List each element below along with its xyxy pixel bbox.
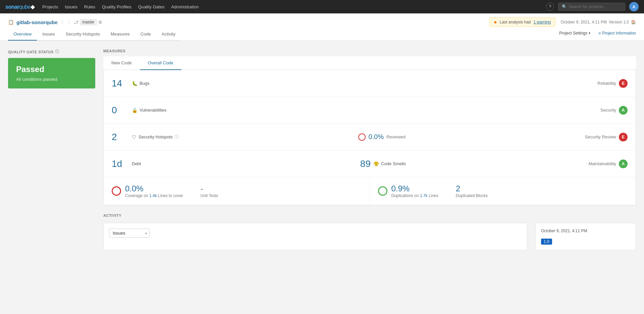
debt-metric-row: 1d Debt 89 😤 Code Smells Maintainability… (104, 150, 636, 177)
coverage-lines-label: Coverage on 1.4k Lines to cover (125, 193, 183, 198)
bugs-metric-row: 14 🐛 Bugs Reliability E (104, 70, 636, 97)
project-name[interactable]: gitlab-sonorqube (16, 19, 58, 25)
branch-info: ⎇ master ⚙ (73, 19, 102, 25)
vulnerabilities-value[interactable]: 0 (112, 105, 132, 116)
activity-section: ACTIVITY Issues Bugs Vulnerabilities Cod… (103, 213, 636, 250)
branch-settings-icon[interactable]: ⚙ (98, 20, 102, 25)
quality-gate-info-icon[interactable]: ⓘ (55, 49, 59, 55)
project-header-top: 📋 gitlab-sonorqube ☆ | ⎇ master ⚙ ● Last… (8, 13, 636, 27)
search-container: 🔍 (558, 3, 625, 11)
hotspots-label-text: Security Hotspots (139, 134, 173, 139)
security-review-label: Security Review (585, 134, 616, 139)
subnav-activity[interactable]: Activity (156, 28, 181, 41)
hotspots-value[interactable]: 2 (112, 132, 132, 142)
search-icon: 🔍 (562, 4, 567, 9)
nav-rules[interactable]: Rules (84, 4, 95, 9)
nav-quality-profiles[interactable]: Quality Profiles (102, 4, 131, 9)
home-icon[interactable]: 🏠 (631, 20, 636, 24)
nav-projects[interactable]: Projects (42, 4, 58, 9)
code-smells-icon: 😤 (373, 161, 379, 167)
subnav-overview[interactable]: Overview (8, 28, 37, 41)
nav-issues[interactable]: Issues (65, 4, 77, 9)
tab-new-code[interactable]: New Code (103, 56, 140, 70)
tab-overall-code[interactable]: Overall Code (140, 56, 181, 70)
nav-quality-gates[interactable]: Quality Gates (138, 4, 164, 9)
activity-filter-select[interactable]: Issues Bugs Vulnerabilities Code Smells (109, 229, 150, 238)
duplications-lines-label: Duplications on 1.7k Lines (391, 193, 438, 198)
coverage-value[interactable]: 0.0% (125, 184, 183, 193)
debt-value[interactable]: 1d (112, 159, 132, 169)
quality-gate-label: QUALITY GATE STATUS ⓘ (8, 49, 95, 55)
branch-name[interactable]: master (80, 19, 97, 25)
subnav-security-hotspots[interactable]: Security Hotspots (60, 28, 105, 41)
maintainability-label: Maintainability (589, 161, 616, 166)
security-rating: Security A (600, 106, 628, 115)
reliability-label: Reliability (597, 81, 616, 86)
hotspots-info-icon[interactable]: ⓘ (175, 134, 179, 140)
security-label: Security (600, 108, 616, 113)
nav-right: ? 🔍 A (546, 2, 639, 11)
logo-sonar: sonar (5, 4, 19, 10)
project-settings-button[interactable]: Project Settings ▾ (556, 29, 593, 37)
hotspots-reviewed-label: Reviewed (386, 134, 406, 139)
code-smells: 89 😤 Code Smells (360, 159, 589, 169)
security-rating-badge[interactable]: A (619, 106, 628, 115)
nav-administration[interactable]: Administration (171, 4, 199, 9)
project-info-label: Project Information (602, 31, 636, 36)
maintainability-rating-badge[interactable]: A (619, 160, 628, 168)
subnav-code[interactable]: Code (135, 28, 156, 41)
hotspots-circle-icon (358, 133, 366, 141)
version-label: Version 1.0 (609, 20, 629, 24)
duplicated-blocks-value: 2 (456, 184, 488, 193)
quality-gate-passed-text: Passed (16, 65, 87, 74)
duplicated-blocks-data: 2 Duplicated Blocks (456, 184, 488, 198)
warning-banner: ● Last analysis had 1 warning (489, 17, 555, 27)
warning-icon: ● (494, 19, 497, 25)
coverage-data: 0.0% Coverage on 1.4k Lines to cover (125, 184, 183, 198)
vulnerabilities-label: 🔒 Vulnerabilities (132, 108, 600, 113)
user-avatar[interactable]: A (629, 2, 639, 11)
favorite-star-icon[interactable]: ☆ (60, 20, 64, 25)
unit-tests-label: Unit Tests (201, 193, 218, 198)
code-smells-label-text: Code Smells (381, 161, 406, 166)
warning-link[interactable]: 1 warning (534, 20, 551, 24)
activity-content: Issues Bugs Vulnerabilities Code Smells … (103, 223, 636, 250)
coverage-circle-icon (112, 186, 121, 196)
separator: | (68, 20, 69, 25)
top-navigation: sonarqube◆ Projects Issues Rules Quality… (0, 0, 644, 13)
timeline-date: October 9, 2021, 4:11 PM (541, 229, 630, 233)
duplications-circle-icon (378, 186, 387, 196)
help-button[interactable]: ? (546, 3, 554, 11)
subnav-issues[interactable]: Issues (37, 28, 60, 41)
security-review-rating: Security Review E (585, 133, 628, 141)
bugs-rating: Reliability E (597, 79, 628, 88)
project-information-link[interactable]: ≡ Project Information (598, 31, 636, 36)
warning-text: Last analysis had (500, 20, 531, 24)
duplications-value[interactable]: 0.9% (391, 184, 438, 193)
duplications-data: 0.9% Duplications on 1.7k Lines (391, 184, 438, 198)
project-folder-icon: 📋 (8, 19, 14, 25)
measures-tab-bar: New Code Overall Code (103, 56, 636, 70)
unit-tests-value: - (201, 184, 218, 193)
version-badge: 1.0 (541, 239, 552, 245)
activity-timeline-panel: October 9, 2021, 4:11 PM 1.0 (535, 223, 636, 250)
coverage-lines-link[interactable]: 1.4k (149, 193, 157, 198)
bugs-label: 🐛 Bugs (132, 81, 597, 86)
activity-filter-panel: Issues Bugs Vulnerabilities Code Smells … (103, 223, 527, 250)
measures-label: MEASURES (103, 49, 636, 53)
list-icon: ≡ (598, 31, 601, 36)
hotspots-review: 0.0% Reviewed (358, 133, 585, 141)
subnav-measures[interactable]: Measures (105, 28, 135, 41)
security-review-rating-badge[interactable]: E (619, 133, 628, 141)
shield-icon: 🛡 (132, 134, 137, 140)
duplications-lines-link[interactable]: 1.7k (420, 193, 428, 198)
code-smells-value[interactable]: 89 (360, 159, 371, 169)
debt-label-text: Debt (132, 161, 141, 166)
quality-gate-status-card: Passed All conditions passed. (8, 58, 95, 88)
vulnerabilities-metric-row: 0 🔒 Vulnerabilities Security A (104, 97, 636, 124)
coverage-section: 0.0% Coverage on 1.4k Lines to cover - U… (104, 177, 370, 205)
quality-gate-label-text: QUALITY GATE STATUS (8, 50, 54, 54)
search-input[interactable] (569, 4, 622, 9)
bugs-value[interactable]: 14 (112, 78, 132, 89)
reliability-rating-badge[interactable]: E (619, 79, 628, 88)
